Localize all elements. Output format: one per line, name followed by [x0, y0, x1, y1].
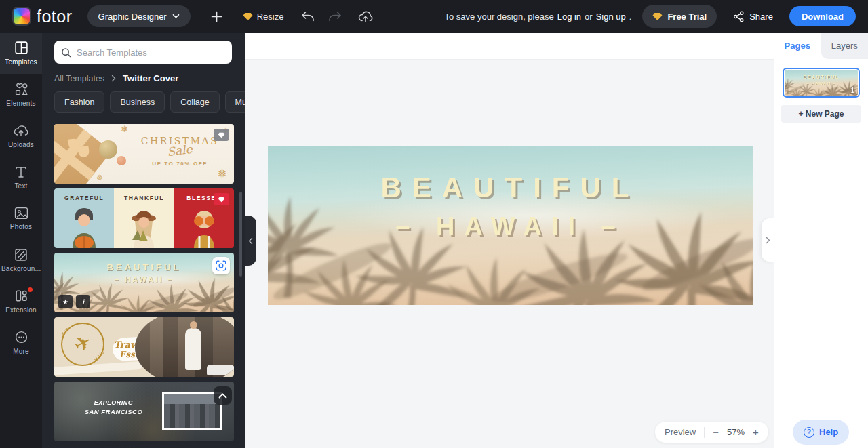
question-mark-icon: ?: [804, 427, 814, 438]
notification-dot: [28, 287, 33, 292]
undo-button[interactable]: [301, 11, 315, 22]
free-trial-button[interactable]: Free Trial: [642, 5, 717, 28]
chip-collage[interactable]: Collage: [170, 91, 219, 113]
plus-icon: [211, 11, 222, 22]
search-box: [54, 41, 232, 64]
design-canvas[interactable]: BEAUTIFUL – HAWAII –: [268, 146, 753, 305]
undo-icon: [301, 11, 315, 22]
premium-gem-icon: [218, 132, 225, 138]
premium-gem-icon: [652, 12, 663, 21]
template-card-beautiful-hawaii[interactable]: BEAUTIFUL – HAWAII – ★ i: [54, 253, 234, 312]
sidebar-item-extension[interactable]: Extension: [0, 281, 42, 322]
street-photo-graphic: [135, 317, 234, 377]
chevron-up-icon: [218, 393, 227, 399]
zoom-in-button[interactable]: +: [753, 427, 759, 437]
extension-icon: [14, 289, 28, 303]
period-text: .: [629, 12, 632, 22]
breadcrumb-all-templates[interactable]: All Templates: [54, 74, 104, 83]
page-thumbnail[interactable]: BEAUTIFUL – HAWAII – 1: [783, 68, 860, 98]
chevron-left-icon: [248, 237, 253, 245]
find-similar-button[interactable]: [212, 257, 230, 274]
resize-button[interactable]: Resize: [243, 12, 284, 22]
redo-icon: [328, 11, 342, 22]
zoom-level[interactable]: 57%: [727, 427, 745, 437]
girl-with-pumpkins-graphic: [183, 207, 225, 248]
breadcrumb: All Templates Twitter Cover: [54, 73, 178, 83]
template-card-christmas-sale[interactable]: ❅ ❅ ❅ ❅ CHRISTMAS Sale UP TO 70% OFF: [54, 124, 234, 184]
sidebar-item-templates[interactable]: Templates: [0, 33, 42, 74]
search-icon: [61, 47, 71, 58]
canvas-title-line2[interactable]: – HAWAII –: [268, 212, 753, 241]
sign-up-link[interactable]: Sign up: [596, 12, 626, 22]
sidebar-item-elements[interactable]: Elements: [0, 74, 42, 115]
templates-panel: All Templates Twitter Cover Fashion Busi…: [42, 33, 245, 448]
fotor-logo-icon: [12, 7, 31, 26]
city-photo-graphic: [162, 392, 222, 430]
chip-music[interactable]: Music: [225, 91, 245, 113]
log-in-link[interactable]: Log in: [557, 12, 581, 22]
tab-pages[interactable]: Pages: [774, 33, 821, 59]
boy-with-pumpkin-graphic: [63, 207, 105, 248]
chevron-right-icon: [766, 237, 770, 244]
share-button[interactable]: Share: [733, 11, 773, 22]
right-panel: Pages Layers BEAUTIFUL – HAWAII – 1 + Ne…: [774, 33, 868, 448]
zoom-controls: Preview − 57% +: [655, 422, 768, 443]
page-number: 1: [850, 87, 854, 94]
panel-label: GRATEFUL: [54, 195, 114, 201]
help-button[interactable]: ? Help: [793, 420, 849, 445]
left-sidebar: Templates Elements Uploads Text Photos B…: [0, 33, 42, 448]
breadcrumb-current: Twitter Cover: [123, 73, 178, 83]
photos-icon: [14, 207, 28, 220]
download-label: Download: [802, 12, 844, 22]
chip-fashion[interactable]: Fashion: [54, 91, 104, 113]
resize-label: Resize: [257, 12, 284, 22]
chip-business[interactable]: Business: [110, 91, 165, 113]
tool-selector-dropdown[interactable]: Graphic Designer: [87, 5, 191, 27]
girl-with-leaves-graphic: [123, 207, 165, 248]
save-prompt: To save your design, please Log in or Si…: [445, 12, 632, 22]
new-design-button[interactable]: [211, 11, 222, 22]
background-icon: [14, 248, 28, 262]
panel-scrollbar[interactable]: [239, 192, 242, 277]
preview-button[interactable]: Preview: [665, 427, 696, 437]
favorite-star-button[interactable]: ★: [58, 295, 73, 308]
redo-button[interactable]: [328, 11, 342, 22]
sidebar-item-uploads[interactable]: Uploads: [0, 115, 42, 157]
share-icon: [733, 11, 745, 22]
sidebar-item-text[interactable]: Text: [0, 157, 42, 198]
find-similar-icon: [216, 260, 226, 271]
template-card-traveling-solo[interactable]: AIR ✈ MAIL Traveling SOLO Essentials: [54, 317, 234, 377]
template-list: ❅ ❅ ❅ ❅ CHRISTMAS Sale UP TO 70% OFF GRA…: [54, 124, 234, 446]
sidebar-item-more[interactable]: More: [0, 322, 42, 363]
collapse-panel-handle[interactable]: [244, 216, 256, 266]
zoom-out-button[interactable]: −: [713, 427, 719, 437]
airplane-icon: ✈: [70, 329, 96, 358]
template-title-line2: – HAWAII –: [54, 275, 234, 283]
new-page-button[interactable]: + New Page: [781, 105, 861, 123]
canvas-title-line1[interactable]: BEAUTIFUL: [268, 171, 753, 204]
fotor-wordmark: fotor: [37, 7, 73, 26]
category-chips: Fashion Business Collage Music: [54, 91, 245, 113]
panel-label: THANKFUL: [114, 195, 174, 201]
template-info-button[interactable]: i: [76, 295, 90, 308]
tool-selector-label: Graphic Designer: [98, 12, 167, 22]
collapse-right-panel-handle[interactable]: [762, 218, 774, 262]
tab-layers[interactable]: Layers: [821, 33, 868, 59]
cloud-upload-icon: [358, 10, 373, 23]
fotor-logo[interactable]: fotor: [12, 7, 73, 26]
template-card-exploring-san-francisco[interactable]: EXPLORING SAN FRANCISCO: [54, 382, 234, 441]
breadcrumb-separator-icon: [111, 75, 116, 82]
scroll-to-top-button[interactable]: [214, 386, 232, 405]
cloud-save-button[interactable]: [358, 10, 373, 23]
search-input[interactable]: [77, 47, 225, 58]
canvas-toolbar-strip: [245, 33, 774, 60]
free-trial-label: Free Trial: [667, 12, 707, 22]
sidebar-item-photos[interactable]: Photos: [0, 198, 42, 239]
download-button[interactable]: Download: [789, 6, 856, 26]
templates-icon: [14, 41, 28, 55]
uploads-icon: [14, 124, 28, 138]
sidebar-item-background[interactable]: Backgroun...: [0, 239, 42, 281]
elements-icon: [14, 82, 28, 96]
air-mail-stamp-graphic: AIR ✈ MAIL: [61, 323, 104, 366]
template-card-thanksgiving[interactable]: GRATEFUL THANKFUL BLESSED: [54, 188, 234, 248]
